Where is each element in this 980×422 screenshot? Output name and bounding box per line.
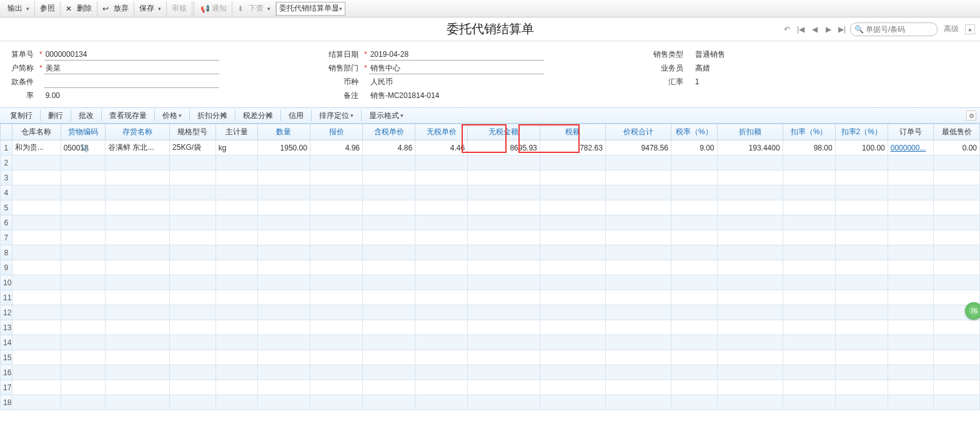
undo-icon[interactable]: ↶: [781, 24, 793, 35]
table-row[interactable]: 15: [1, 350, 980, 365]
col-invcode[interactable]: 货物编码: [61, 124, 105, 140]
terms-field[interactable]: [44, 76, 219, 88]
table-row[interactable]: 5: [1, 200, 980, 215]
prev-icon[interactable]: ◀: [809, 24, 820, 35]
table-row[interactable]: 12: [1, 305, 980, 320]
table-row[interactable]: 18: [1, 395, 980, 410]
col-tax[interactable]: 税额: [540, 124, 605, 140]
col-minprice[interactable]: 最低售价: [934, 124, 980, 140]
col-notaxprice[interactable]: 无税单价: [415, 124, 468, 140]
header-row: 仓库名称 货物编码 存货名称 规格型号 主计量 数量 报价 含税单价 无税单价 …: [1, 124, 980, 140]
dept-label: 销售部门: [325, 63, 362, 74]
copy-row-button[interactable]: 复制行: [2, 109, 40, 122]
saletype-label: 销售类型: [650, 49, 687, 60]
date-field[interactable]: 2019-04-28: [369, 48, 544, 61]
col-taxrate[interactable]: 税率（%）: [671, 124, 717, 140]
discard-icon: ↩: [102, 4, 111, 13]
check-stock-button[interactable]: 查看现存量: [102, 109, 154, 122]
col-orderno[interactable]: 订单号: [888, 124, 934, 140]
col-discrate[interactable]: 扣率（%）: [783, 124, 835, 140]
grid-settings-icon[interactable]: ⚙: [966, 110, 976, 120]
data-grid[interactable]: 仓库名称 货物编码 存货名称 规格型号 主计量 数量 报价 含税单价 无税单价 …: [0, 124, 980, 410]
table-row[interactable]: 7: [1, 230, 980, 245]
save-button[interactable]: 保存▾: [134, 1, 167, 16]
delete-button[interactable]: ✕删除: [61, 1, 97, 16]
search-box[interactable]: 🔍: [850, 22, 938, 36]
main-toolbar: 输出▾ 参照 ✕删除 ↩放弃 保存▾ 审核 📢通知 ⬇下查▾ 委托代销结算单显▾: [0, 0, 980, 17]
table-row[interactable]: 6: [1, 215, 980, 230]
discount-split-button[interactable]: 折扣分摊: [190, 109, 235, 122]
advanced-button[interactable]: 高级: [940, 24, 963, 34]
col-price[interactable]: 报价: [310, 124, 362, 140]
docno-field[interactable]: 0000000134: [44, 48, 219, 61]
megaphone-icon: 📢: [200, 4, 209, 13]
next-icon[interactable]: ▶: [823, 24, 834, 35]
del-row-button[interactable]: 删行: [41, 109, 71, 122]
col-discrate2[interactable]: 扣率2（%）: [835, 124, 888, 140]
table-row[interactable]: 11: [1, 290, 980, 305]
page-title: 委托代销结算单: [447, 21, 534, 37]
col-spec[interactable]: 规格型号: [170, 124, 216, 140]
sales-label: 业务员: [650, 63, 687, 74]
col-notaxamt[interactable]: 无税金额: [468, 124, 540, 140]
order-link[interactable]: 0000000...: [891, 144, 926, 152]
float-badge[interactable]: 76: [965, 302, 980, 320]
grid-container[interactable]: 仓库名称 货物编码 存货名称 规格型号 主计量 数量 报价 含税单价 无税单价 …: [0, 124, 980, 422]
search-icon: 🔍: [854, 25, 864, 34]
header-form: 算单号*0000000134 户简称*美菜 款条件* 率*9.00 结算日期*2…: [0, 41, 980, 107]
table-row[interactable]: 17: [1, 380, 980, 395]
table-row[interactable]: 2: [1, 155, 980, 170]
remark-label: 备注: [325, 91, 362, 101]
saletype-field[interactable]: 普通销售: [694, 48, 869, 61]
pushdown-button[interactable]: ⬇下查▾: [232, 1, 276, 16]
attachment-icon[interactable]: 📎: [80, 144, 89, 152]
table-row[interactable]: 10: [1, 275, 980, 290]
collapse-icon[interactable]: ▲: [965, 24, 975, 34]
col-total[interactable]: 价税合计: [605, 124, 671, 140]
dept-field[interactable]: 销售中心: [369, 62, 544, 74]
table-row[interactable]: 16: [1, 365, 980, 380]
price-button[interactable]: 价格 ▾: [155, 109, 189, 122]
first-icon[interactable]: |◀: [795, 24, 806, 35]
col-taxprice[interactable]: 含税单价: [363, 124, 415, 140]
notify-button[interactable]: 📢通知: [196, 1, 232, 16]
exrate-field[interactable]: 1: [694, 76, 869, 88]
sales-field[interactable]: 高婧: [694, 62, 869, 74]
sort-button[interactable]: 排序定位 ▾: [312, 109, 361, 122]
terms-label: 款条件: [0, 77, 37, 87]
col-qty[interactable]: 数量: [257, 124, 310, 140]
ref-button[interactable]: 参照: [35, 1, 61, 16]
table-row[interactable]: 1 和为贵... 050018 📎 谷满鲜 东北...25KG/袋kg 1950…: [1, 140, 980, 155]
tax-split-button[interactable]: 税差分摊: [235, 109, 280, 122]
discard-button[interactable]: ↩放弃: [97, 1, 134, 16]
credit-button[interactable]: 信用: [281, 109, 311, 122]
audit-button[interactable]: 审核: [167, 1, 192, 16]
cust-label: 户简称: [0, 63, 37, 74]
exrate-label: 汇率: [650, 77, 687, 87]
cust-field[interactable]: 美菜: [44, 62, 219, 74]
last-icon[interactable]: ▶|: [836, 24, 848, 35]
table-row[interactable]: 4: [1, 185, 980, 200]
table-row[interactable]: 8: [1, 245, 980, 260]
col-discount[interactable]: 折扣额: [717, 124, 783, 140]
batch-button[interactable]: 批改: [71, 109, 101, 122]
currency-field[interactable]: 人民币: [369, 76, 544, 88]
search-input[interactable]: [866, 23, 932, 36]
col-invname[interactable]: 存货名称: [106, 124, 170, 140]
table-row[interactable]: 3: [1, 170, 980, 185]
currency-label: 币种: [325, 77, 362, 87]
docno-label: 算单号: [0, 49, 37, 60]
rate-field[interactable]: 9.00: [44, 89, 219, 102]
remark-field[interactable]: 销售-MC201814-014: [369, 89, 544, 102]
table-row[interactable]: 13: [1, 320, 980, 335]
output-button[interactable]: 输出▾: [2, 1, 35, 16]
grid-action-bar: 复制行 删行 批改 查看现存量 价格 ▾ 折扣分摊 税差分摊 信用 排序定位 ▾…: [0, 107, 980, 124]
nav-controls: ↶ |◀ ◀ ▶ ▶| 🔍 高级 ▲: [781, 22, 975, 36]
table-row[interactable]: 14: [1, 335, 980, 350]
col-warehouse[interactable]: 仓库名称: [12, 124, 61, 140]
table-row[interactable]: 9: [1, 260, 980, 275]
display-template-dropdown[interactable]: 委托代销结算单显▾: [276, 2, 345, 16]
date-label: 结算日期: [325, 49, 362, 60]
display-format-button[interactable]: 显示格式 ▾: [362, 109, 411, 122]
col-unit[interactable]: 主计量: [215, 124, 257, 140]
